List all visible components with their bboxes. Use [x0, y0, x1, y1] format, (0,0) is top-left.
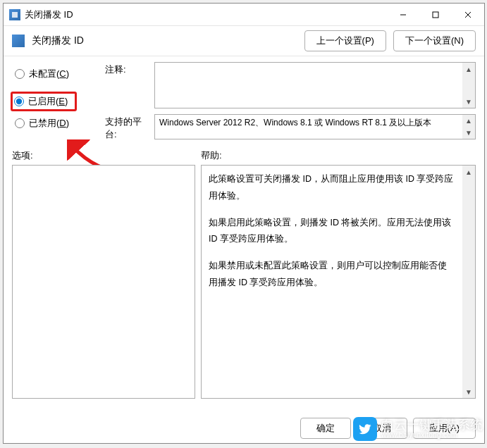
- comment-textarea[interactable]: ▲ ▼: [154, 62, 476, 108]
- previous-setting-button[interactable]: 上一个设置(P): [304, 30, 386, 51]
- help-paragraph-3: 如果禁用或未配置此策略设置，则用户可以控制应用能否使用播发 ID 享受跨应用体验…: [209, 258, 455, 292]
- enabled-highlight: 已启用(E): [11, 92, 77, 111]
- help-label: 帮助:: [201, 149, 222, 162]
- comment-scrollbar[interactable]: ▲ ▼: [462, 63, 475, 108]
- help-scrollbar[interactable]: ▲ ▼: [462, 166, 475, 398]
- platform-label: 支持的平台:: [105, 114, 149, 141]
- minimize-button[interactable]: [387, 4, 419, 25]
- dialog-footer: 确定 取消 应用(A): [300, 418, 476, 439]
- window-root: 关闭播发 ID 关闭播发 ID 上一个设置(P) 下一个设置(N) 未配置(C): [3, 3, 485, 444]
- policy-title: 关闭播发 ID: [32, 35, 297, 47]
- scroll-down-icon[interactable]: ▼: [462, 385, 475, 398]
- radio-enabled-input[interactable]: [14, 97, 24, 106]
- scroll-up-icon[interactable]: ▲: [462, 166, 475, 178]
- scroll-up-icon[interactable]: ▲: [462, 63, 475, 75]
- radio-enabled-label: 已启用(E): [28, 95, 68, 108]
- radio-disabled-label: 已禁用(D): [29, 117, 69, 130]
- scroll-up-icon[interactable]: ▲: [462, 115, 475, 127]
- state-radio-group: 未配置(C) 已启用(E) 已禁用(D): [12, 62, 97, 141]
- comment-label: 注释:: [105, 62, 149, 76]
- platform-value: Windows Server 2012 R2、Windows 8.1 或 Win…: [155, 115, 462, 139]
- scroll-down-icon[interactable]: ▼: [462, 95, 475, 108]
- radio-disabled-input[interactable]: [15, 118, 25, 128]
- maximize-icon: [431, 11, 440, 19]
- ok-button[interactable]: 确定: [300, 418, 351, 439]
- platform-box: Windows Server 2012 R2、Windows 8.1 或 Win…: [154, 114, 476, 139]
- radio-disabled[interactable]: 已禁用(D): [15, 117, 97, 130]
- minimize-icon: [399, 11, 407, 19]
- options-label: 选项:: [12, 149, 201, 162]
- titlebar[interactable]: 关闭播发 ID: [4, 4, 484, 26]
- close-button[interactable]: [452, 4, 484, 25]
- help-pane: 此策略设置可关闭播发 ID，从而阻止应用使用该 ID 享受跨应用体验。 如果启用…: [201, 165, 476, 399]
- cancel-button[interactable]: 取消: [357, 418, 407, 439]
- radio-not-configured-label: 未配置(C): [29, 68, 69, 80]
- comment-value: [155, 63, 462, 108]
- radio-not-configured-input[interactable]: [15, 69, 25, 79]
- help-paragraph-1: 此策略设置可关闭播发 ID，从而阻止应用使用该 ID 享受跨应用体验。: [209, 171, 455, 205]
- help-text: 此策略设置可关闭播发 ID，从而阻止应用使用该 ID 享受跨应用体验。 如果启用…: [202, 166, 462, 398]
- options-pane: [12, 165, 195, 399]
- header-row: 关闭播发 ID 上一个设置(P) 下一个设置(N): [4, 26, 484, 56]
- window-title: 关闭播发 ID: [25, 8, 387, 21]
- svg-rect-2: [433, 12, 438, 18]
- radio-not-configured[interactable]: 未配置(C): [15, 68, 97, 80]
- apply-button[interactable]: 应用(A): [413, 418, 476, 439]
- policy-icon: [12, 35, 25, 47]
- close-icon: [464, 11, 472, 19]
- content-area: 未配置(C) 已启用(E) 已禁用(D) 注释:: [4, 56, 484, 399]
- scroll-down-icon[interactable]: ▼: [462, 127, 475, 139]
- radio-enabled[interactable]: 已启用(E): [14, 95, 68, 108]
- help-paragraph-2: 如果启用此策略设置，则播发 ID 将被关闭。应用无法使用该 ID 享受跨应用体验…: [209, 215, 455, 249]
- app-icon: [9, 9, 20, 20]
- platform-scrollbar[interactable]: ▲ ▼: [462, 115, 475, 139]
- svg-rect-0: [12, 12, 18, 18]
- next-setting-button[interactable]: 下一个设置(N): [393, 30, 476, 51]
- maximize-button[interactable]: [419, 4, 452, 25]
